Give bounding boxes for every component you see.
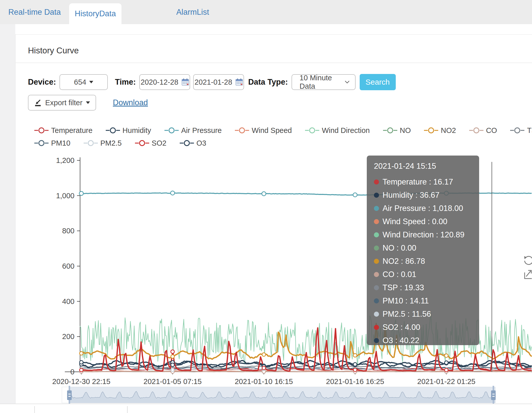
series-dot-icon	[374, 285, 379, 290]
tooltip-row: Humidity : 36.67	[374, 189, 473, 202]
tooltip-value: Air Pressure : 1,018.00	[383, 204, 463, 213]
datazoom-track[interactable]	[62, 387, 495, 403]
page: { "tabs": { "items": [ {"label": "Real-t…	[0, 0, 532, 413]
tooltip-value: Temperature : 16.17	[383, 177, 453, 187]
series-dot-icon	[374, 298, 379, 303]
tooltip-row: TSP : 19.33	[374, 281, 473, 294]
series-dot-icon	[374, 232, 379, 237]
restore-icon[interactable]	[523, 253, 532, 265]
svg-text:2020-12-30 22:15: 2020-12-30 22:15	[52, 377, 111, 386]
tooltip-row: NO : 0.00	[374, 241, 473, 255]
tooltip-row: PM2.5 : 11.56	[374, 308, 473, 321]
tooltip-value: SO2 : 4.00	[383, 323, 420, 332]
series-dot-icon	[374, 338, 379, 343]
series-dot-icon	[374, 259, 379, 264]
tooltip-timestamp: 2021-01-24 15:15	[374, 162, 473, 171]
tooltip-row: CO : 0.01	[374, 268, 473, 281]
datazoom-left-handle[interactable]	[67, 390, 72, 400]
datazoom-right-handle[interactable]	[491, 390, 496, 400]
svg-text:2021-01-22 01:25: 2021-01-22 01:25	[417, 377, 476, 386]
tooltip-row: NO2 : 86.78	[374, 255, 473, 268]
series-dot-icon	[374, 206, 379, 211]
tooltip-row: SO2 : 4.00	[374, 321, 473, 334]
tooltip-row: Wind Speed : 0.00	[374, 215, 473, 228]
tooltip-row: Wind Direction : 120.89	[374, 228, 473, 241]
series-dot-icon	[374, 179, 379, 185]
series-dot-icon	[374, 246, 379, 251]
svg-text:1,200: 1,200	[56, 156, 74, 164]
series-co	[80, 371, 531, 372]
tooltip-value: PM2.5 : 11.56	[383, 310, 431, 319]
svg-text:2021-01-16 16:25: 2021-01-16 16:25	[326, 377, 384, 386]
series-dot-icon	[374, 219, 379, 224]
tooltip-value: NO2 : 86.78	[383, 257, 425, 266]
series-dot-icon	[374, 193, 379, 198]
series-dot-icon	[374, 312, 379, 317]
tooltip-value: TSP : 19.33	[383, 283, 424, 292]
page-bottom-divider	[0, 404, 532, 404]
chart-tooltip: 2021-01-24 15:15 Temperature : 16.17Humi…	[367, 156, 479, 345]
table-column-divider	[127, 406, 128, 413]
tooltip-value: PM10 : 14.11	[383, 296, 429, 305]
svg-text:1,000: 1,000	[56, 192, 74, 200]
tooltip-value: CO : 0.01	[383, 270, 416, 279]
svg-text:400: 400	[62, 297, 74, 305]
svg-text:0: 0	[70, 368, 74, 376]
table-column-divider	[34, 406, 35, 413]
tooltip-value: NO : 0.00	[383, 243, 416, 253]
tooltip-value: Humidity : 36.67	[383, 191, 439, 200]
save-image-icon[interactable]	[523, 269, 532, 280]
tooltip-value: Wind Direction : 120.89	[383, 230, 464, 239]
svg-text:800: 800	[62, 227, 74, 235]
tooltip-value: Wind Speed : 0.00	[383, 217, 447, 226]
svg-text:2021-01-10 16:15: 2021-01-10 16:15	[235, 377, 293, 386]
svg-text:2021-01-05 07:15: 2021-01-05 07:15	[144, 377, 202, 386]
series-dot-icon	[374, 325, 379, 330]
datazoom-preview-wave	[62, 387, 495, 403]
svg-text:200: 200	[62, 332, 74, 341]
tooltip-row: O3 : 40.22	[374, 334, 473, 347]
svg-text:600: 600	[62, 262, 74, 270]
tooltip-row: Temperature : 16.17	[374, 175, 473, 189]
tooltip-row: Air Pressure : 1,018.00	[374, 202, 473, 215]
series-dot-icon	[374, 272, 379, 277]
tooltip-value: O3 : 40.22	[383, 336, 419, 345]
tooltip-row: PM10 : 14.11	[374, 294, 473, 308]
